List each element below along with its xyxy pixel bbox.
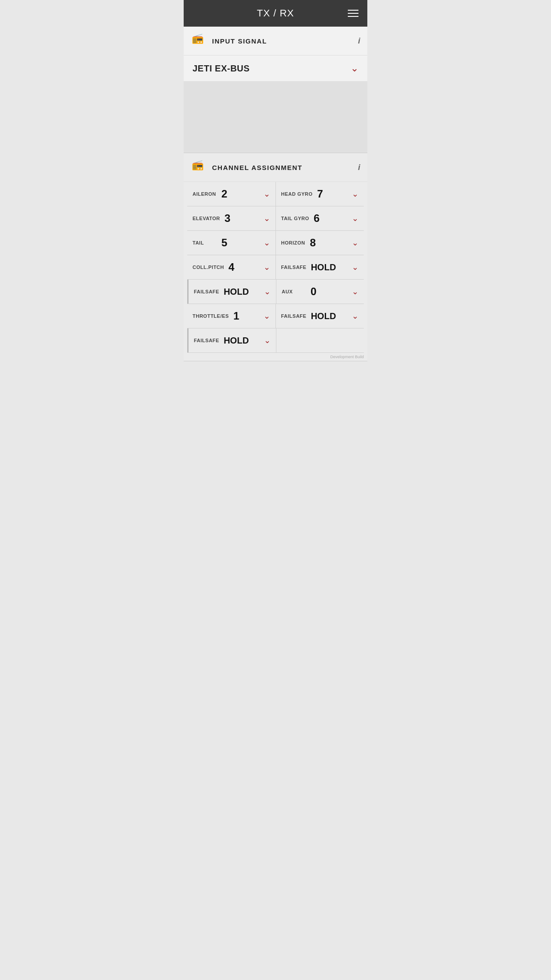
coll-pitch-cell: COLL.PITCH 4 ⌄	[187, 255, 276, 279]
input-signal-dropdown-value: JETI EX-BUS	[193, 63, 250, 74]
aileron-cell: AILERON 2 ⌄	[187, 182, 276, 206]
tail-gyro-chevron-icon[interactable]: ⌄	[352, 213, 358, 223]
table-row: FAILSAFE HOLD ⌄	[187, 328, 364, 353]
aileron-value: 2	[221, 188, 227, 200]
horizon-cell: HORIZON 8 ⌄	[276, 231, 364, 255]
throttle-label: THROTTLE/ES	[193, 313, 229, 319]
throttle-cell: THROTTLE/ES 1 ⌄	[187, 304, 276, 328]
input-signal-header-left: 📻 INPUT SIGNAL	[191, 33, 267, 49]
radio-icon: 📻	[191, 33, 207, 49]
table-row: TAIL 5 ⌄ HORIZON 8 ⌄	[187, 231, 364, 255]
channel-assignment-title: CHANNEL ASSIGNMENT	[212, 164, 303, 171]
elevator-cell: ELEVATOR 3 ⌄	[187, 206, 276, 230]
svg-text:📻: 📻	[192, 33, 204, 44]
channel-assignment-info-icon[interactable]: i	[358, 163, 360, 172]
failsafe-label-1: FAILSAFE	[281, 265, 307, 270]
failsafe-value-2: HOLD	[311, 311, 336, 321]
aileron-chevron-icon[interactable]: ⌄	[264, 189, 270, 199]
failsafe-2-chevron-icon[interactable]: ⌄	[352, 311, 358, 321]
failsafe-aux-cell: FAILSAFE HOLD ⌄	[276, 304, 364, 328]
horizon-value: 8	[310, 237, 316, 249]
throttle-value: 1	[233, 310, 239, 322]
input-signal-dropdown-row[interactable]: JETI EX-BUS ⌄	[184, 55, 367, 82]
channel-assignment-header: 📻 CHANNEL ASSIGNMENT i	[184, 153, 367, 182]
failsafe-bottom-chevron-icon[interactable]: ⌄	[264, 336, 271, 345]
tail-chevron-icon[interactable]: ⌄	[264, 238, 270, 248]
failsafe-aileron-sub-cell: FAILSAFE HOLD ⌄	[187, 280, 276, 304]
failsafe-sub-label-1: FAILSAFE	[194, 289, 219, 294]
header-title: TX / RX	[257, 8, 294, 19]
horizon-chevron-icon[interactable]: ⌄	[352, 238, 358, 248]
tail-label: TAIL	[193, 240, 217, 245]
tail-gyro-value: 6	[314, 212, 319, 225]
failsafe-sub-1-chevron-icon[interactable]: ⌄	[264, 287, 271, 296]
table-row: THROTTLE/ES 1 ⌄ FAILSAFE HOLD ⌄	[187, 304, 364, 328]
throttle-chevron-icon[interactable]: ⌄	[264, 311, 270, 321]
coll-pitch-label: COLL.PITCH	[193, 265, 224, 270]
empty-right-cell	[276, 328, 364, 352]
failsafe-label-2: FAILSAFE	[281, 313, 307, 319]
failsafe-1-chevron-icon[interactable]: ⌄	[352, 262, 358, 272]
input-signal-header: 📻 INPUT SIGNAL i	[184, 27, 367, 55]
head-gyro-chevron-icon[interactable]: ⌄	[352, 189, 358, 199]
aux-value: 0	[311, 285, 316, 298]
tail-cell: TAIL 5 ⌄	[187, 231, 276, 255]
elevator-label: ELEVATOR	[193, 216, 220, 221]
table-row: AILERON 2 ⌄ HEAD GYRO 7 ⌄	[187, 182, 364, 206]
channel-assignment-section: 📻 CHANNEL ASSIGNMENT i AILERON 2 ⌄ HEAD …	[184, 153, 367, 361]
failsafe-throttle-sub-cell: FAILSAFE HOLD ⌄	[187, 328, 276, 352]
aileron-label: AILERON	[193, 191, 217, 197]
horizon-label: HORIZON	[281, 240, 306, 245]
aux-cell: AUX 0 ⌄	[276, 280, 364, 304]
input-signal-info-icon[interactable]: i	[358, 36, 360, 46]
head-gyro-value: 7	[317, 188, 323, 200]
aux-label: AUX	[282, 289, 306, 294]
tail-value: 5	[221, 237, 227, 249]
input-signal-title: INPUT SIGNAL	[212, 37, 267, 45]
head-gyro-label: HEAD GYRO	[281, 191, 313, 197]
svg-text:📻: 📻	[192, 159, 204, 171]
menu-button[interactable]	[348, 10, 358, 17]
dev-watermark: Development Build	[184, 353, 367, 361]
input-signal-section: 📻 INPUT SIGNAL i JETI EX-BUS ⌄	[184, 27, 367, 153]
tail-gyro-label: TAIL GYRO	[281, 216, 309, 221]
coll-pitch-value: 4	[228, 261, 234, 273]
failsafe-bottom-label: FAILSAFE	[194, 338, 219, 343]
failsafe-coll-pitch-cell: FAILSAFE HOLD ⌄	[276, 255, 364, 279]
elevator-value: 3	[224, 212, 230, 225]
table-row: ELEVATOR 3 ⌄ TAIL GYRO 6 ⌄	[187, 206, 364, 231]
failsafe-bottom-value: HOLD	[224, 336, 249, 346]
channel-assignment-header-left: 📻 CHANNEL ASSIGNMENT	[191, 159, 303, 175]
elevator-chevron-icon[interactable]: ⌄	[264, 213, 270, 223]
head-gyro-cell: HEAD GYRO 7 ⌄	[276, 182, 364, 206]
app-header: TX / RX	[184, 0, 367, 27]
input-signal-empty-area	[184, 82, 367, 153]
table-row: FAILSAFE HOLD ⌄ AUX 0 ⌄	[187, 280, 364, 304]
coll-pitch-chevron-icon[interactable]: ⌄	[264, 262, 270, 272]
failsafe-sub-value-1: HOLD	[224, 287, 249, 297]
table-row: COLL.PITCH 4 ⌄ FAILSAFE HOLD ⌄	[187, 255, 364, 280]
channel-radio-icon: 📻	[191, 159, 207, 175]
channel-grid: AILERON 2 ⌄ HEAD GYRO 7 ⌄ ELEVATOR 3	[184, 182, 367, 353]
input-signal-chevron-icon[interactable]: ⌄	[350, 63, 358, 74]
aux-chevron-icon[interactable]: ⌄	[352, 287, 358, 296]
tail-gyro-cell: TAIL GYRO 6 ⌄	[276, 206, 364, 230]
failsafe-value-1: HOLD	[311, 262, 336, 273]
